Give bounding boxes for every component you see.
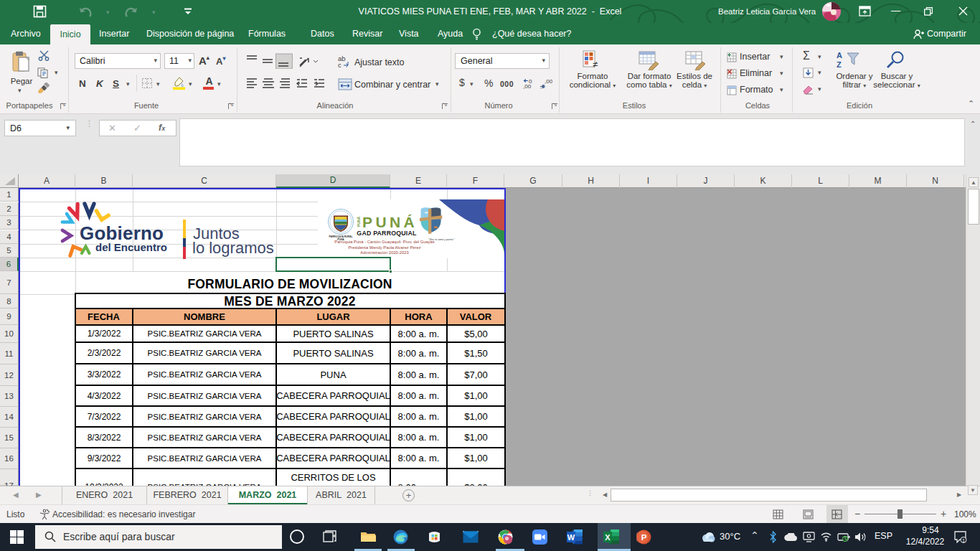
- svg-text:c: c: [338, 61, 341, 69]
- svg-text:PUNÁ: PUNÁ: [362, 214, 418, 230]
- svg-text:1: 1: [962, 537, 965, 544]
- svg-text:GAD PARROQUIAL: GAD PARROQUIAL: [357, 230, 417, 237]
- svg-text:Presidenta Wendy Paola Alvarez: Presidenta Wendy Paola Alvarez Pérez: [348, 245, 420, 250]
- svg-text:del Encuentro: del Encuentro: [95, 241, 167, 253]
- svg-text:X: X: [605, 533, 611, 542]
- svg-text:P: P: [641, 533, 647, 542]
- svg-text:Parroquia Puná - Cantón Guayaq: Parroquia Puná - Cantón Guayaquil- Prov.…: [334, 240, 435, 244]
- svg-text:PUNÁ: PUNÁ: [357, 216, 361, 227]
- svg-text:lo logramos: lo logramos: [192, 239, 274, 257]
- svg-text:Z: Z: [837, 60, 842, 69]
- svg-text:,00: ,00: [523, 83, 532, 90]
- svg-text:A: A: [837, 51, 842, 60]
- svg-text:,00: ,00: [545, 78, 552, 85]
- svg-text:Administración 2020-2023: Administración 2020-2023: [360, 250, 408, 255]
- svg-text:W: W: [567, 533, 575, 542]
- svg-text:≠: ≠: [593, 59, 598, 70]
